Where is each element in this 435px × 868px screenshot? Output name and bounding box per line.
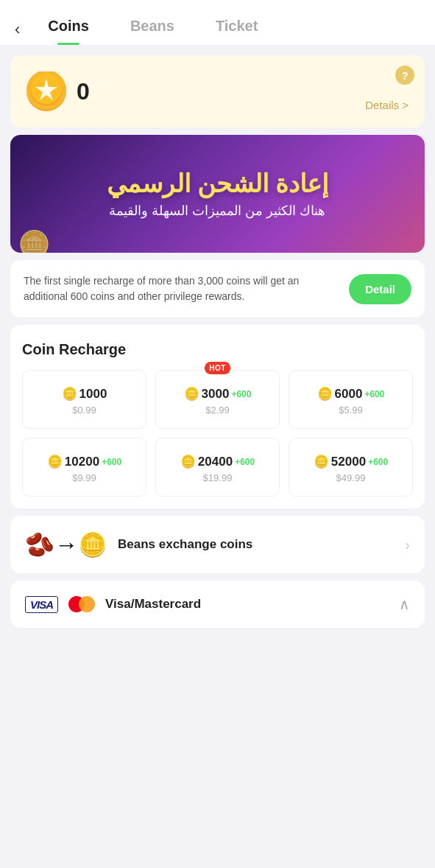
coin-option-10200[interactable]: 🪙 10200 +600 $9.99 (22, 438, 146, 497)
coin-emoji-icon: 🪙 (184, 386, 199, 402)
mc-right-circle (79, 596, 95, 612)
coin-amount-row: 🪙 1000 (62, 386, 107, 402)
coin-price: $2.99 (205, 405, 230, 416)
coin-amount-row: 🪙 3000 +600 (184, 386, 252, 402)
chevron-up-icon: ∧ (399, 595, 410, 613)
mastercard-icon (68, 596, 95, 612)
coin-price: $5.99 (339, 405, 363, 416)
coin-emoji-icon: 🪙 (317, 386, 333, 402)
coin-main-amount: 1000 (79, 387, 107, 402)
coin-price: $0.99 (72, 405, 96, 416)
coin-price: $9.99 (72, 472, 96, 483)
coin-main-amount: 6000 (335, 387, 363, 402)
tab-beans[interactable]: Beans (110, 13, 195, 45)
coin-amount-row: 🪙 6000 +600 (317, 386, 385, 402)
coin-main-amount: 3000 (202, 387, 230, 402)
coin-bonus: +600 (368, 457, 388, 467)
coin-emoji-icon: 🪙 (180, 454, 196, 469)
coin-price: $19.99 (203, 472, 233, 483)
coin-emoji-icon: 🪙 (47, 454, 63, 469)
section-title: Coin Recharge (22, 341, 413, 358)
tab-coins[interactable]: Coins (27, 13, 110, 45)
coin-bonus: +600 (235, 457, 255, 467)
chevron-right-icon: › (405, 536, 410, 553)
hot-badge: HOT (204, 362, 231, 374)
banner-subtitle: هناك الكثير من المميزات السهلة والقيمة (109, 203, 325, 219)
details-button[interactable]: Details > (365, 99, 409, 111)
coin-emoji-icon: 🪙 (62, 386, 77, 402)
exchange-label: Beans exchange coins (118, 537, 395, 552)
coin-grid: 🪙 1000 $0.99 HOT 🪙 3000 +600 $2.99 🪙 600… (22, 370, 413, 497)
coin-option-20400[interactable]: 🪙 20400 +600 $19.99 (155, 438, 280, 497)
promo-detail-button[interactable]: Detail (349, 274, 411, 304)
coin-main-amount: 20400 (198, 455, 233, 469)
coin-bonus: +600 (364, 389, 384, 399)
banner-coin-icon: 🪙 (18, 229, 51, 253)
coin-bonus: +600 (102, 457, 121, 467)
header: ‹ Coins Beans Ticket (0, 0, 435, 45)
promo-text: The first single recharge of more than 3… (24, 273, 339, 304)
coin-emoji-icon: 🪙 (314, 454, 329, 469)
tabs: Coins Beans Ticket (27, 13, 420, 45)
tab-ticket[interactable]: Ticket (195, 13, 278, 45)
payment-row[interactable]: VISA Visa/Mastercard ∧ (10, 581, 425, 628)
banner-title: إعادة الشحن الرسمي (107, 169, 329, 199)
coin-amount-row: 🪙 10200 +600 (47, 454, 121, 469)
exchange-icon: 🫘→🪙 (25, 531, 107, 559)
back-button[interactable]: ‹ (15, 18, 27, 41)
coin-amount-row: 🪙 52000 +600 (314, 454, 388, 469)
promo-banner: إعادة الشحن الرسمي هناك الكثير من المميز… (10, 135, 425, 253)
coin-option-6000[interactable]: 🪙 6000 +600 $5.99 (289, 370, 413, 429)
coin-option-3000[interactable]: HOT 🪙 3000 +600 $2.99 (155, 370, 280, 429)
promo-bar: The first single recharge of more than 3… (10, 260, 425, 318)
coin-icon (26, 71, 66, 111)
balance-card: ? 0 Details > (10, 55, 425, 127)
coin-bonus: +600 (231, 389, 251, 399)
payment-label: Visa/Mastercard (105, 597, 389, 612)
coin-amount-row: 🪙 20400 +600 (180, 454, 255, 469)
help-button[interactable]: ? (395, 66, 414, 85)
coin-main-amount: 10200 (65, 455, 99, 469)
coin-option-52000[interactable]: 🪙 52000 +600 $49.99 (289, 438, 413, 497)
balance-amount: 0 (77, 78, 90, 105)
beans-exchange-row[interactable]: 🫘→🪙 Beans exchange coins › (10, 516, 425, 573)
coin-option-1000[interactable]: 🪙 1000 $0.99 (22, 370, 146, 429)
coin-price: $49.99 (336, 472, 366, 483)
visa-icon: VISA (25, 596, 58, 613)
coin-recharge-section: Coin Recharge 🪙 1000 $0.99 HOT 🪙 3000 +6… (10, 325, 425, 508)
coin-main-amount: 52000 (331, 455, 366, 469)
